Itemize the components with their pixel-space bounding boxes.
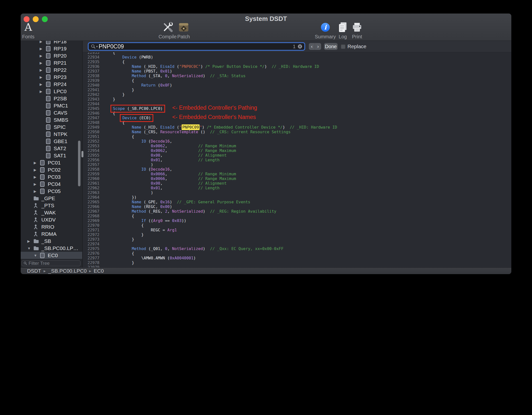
code-line[interactable]: 22972 } [83,232,511,237]
search-field[interactable]: ▾ 1 [88,43,305,50]
disclosure-collapsed-icon[interactable]: ▶ [34,175,40,179]
code-line[interactable]: 22940 Return (0x0F) [83,83,511,88]
disclosure-collapsed-icon[interactable]: ▶ [34,168,40,172]
disclosure-collapsed-icon[interactable]: ▶ [40,61,46,65]
done-button[interactable]: Done [324,43,338,50]
sidebar-item-_SB.PC00.LP…[interactable]: ▼_SB.PC00.LP… [21,245,82,252]
code-line[interactable]: 22947 Device (EC0)<- Embedded Controller… [83,116,511,120]
disclosure-collapsed-icon[interactable]: ▶ [40,75,46,79]
code-line[interactable]: 22952 IO (Decode16, [83,139,511,144]
code-line[interactable]: 22935 { [83,59,511,64]
disclosure-collapsed-icon[interactable]: ▶ [27,239,33,243]
code-line[interactable]: 22964 }) [83,195,511,200]
splitter-handle[interactable] [81,151,83,157]
sidebar-item-RP18[interactable]: ▶RP18 [21,41,82,45]
code-line[interactable]: 22938 Method (_STA, 0, NotSerialized) //… [83,74,511,78]
sidebar-item-SAT2[interactable]: SAT2 [21,145,82,152]
patch-button[interactable]: Patch [177,22,190,40]
code-line[interactable]: 22969 If ((Arg0 == 0x03)) [83,218,511,223]
sidebar-item-CAVS[interactable]: CAVS [21,109,82,116]
replace-checkbox[interactable] [341,44,345,49]
code-line[interactable]: 22967 Method (_REG, 2, NotSerialized) //… [83,209,511,214]
disclosure-collapsed-icon[interactable]: ▶ [34,161,40,165]
disclosure-collapsed-icon[interactable]: ▶ [40,89,46,93]
find-next-button[interactable]: › [315,43,321,50]
breadcrumb-scope[interactable]: _SB.PC00.LPC0 [48,268,87,274]
disclosure-collapsed-icon[interactable]: ▶ [40,41,46,44]
sidebar-item-SAT1[interactable]: SAT1 [21,152,82,159]
search-input[interactable] [99,43,292,50]
sidebar-item-UXDV[interactable]: UXDV [21,216,82,223]
code-line[interactable]: 22949 Name (_HID, EisaId ("PNP0C09") /* … [83,125,511,130]
code-line[interactable]: 22963 ) [83,190,511,195]
sidebar-item-RP23[interactable]: ▶RP23 [21,74,82,81]
sidebar-item-RP20[interactable]: ▶RP20 [21,52,82,59]
breadcrumb-leaf[interactable]: EC0 [94,268,104,274]
code-line[interactable]: 22953 0x0062, // Range Minimum [83,144,511,148]
code-line[interactable]: 22951 { [83,134,511,139]
code-line[interactable]: 22959 0x0066, // Range Minimum [83,172,511,176]
code-line[interactable]: 22943 } [83,97,511,102]
sidebar-item-RP19[interactable]: ▶RP19 [21,45,82,52]
code-line[interactable]: 22942 } [83,92,511,97]
sidebar-item-P2SB[interactable]: P2SB [21,95,82,102]
sidebar-item-GBE1[interactable]: GBE1 [21,138,82,145]
log-button[interactable]: Log [338,22,348,40]
sidebar-item-PC02[interactable]: ▶PC02 [21,166,82,173]
sidebar-item-RP21[interactable]: ▶RP21 [21,59,82,66]
sidebar-item-_PTS[interactable]: _PTS [21,202,82,209]
sidebar-item-RP24[interactable]: ▶RP24 [21,81,82,88]
sidebar-item-PC05[interactable]: ▶PC05 [21,188,82,195]
code-line[interactable]: 22950 Name (_CRS, ResourceTemplate () //… [83,130,511,134]
disclosure-expanded-icon[interactable]: ▼ [34,253,40,257]
disclosure-collapsed-icon[interactable]: ▶ [34,182,40,186]
code-line[interactable]: 22968 { [83,214,511,218]
sidebar-item-PC04[interactable]: ▶PC04 [21,180,82,188]
code-line[interactable]: 22958 IO (Decode16, [83,167,511,172]
search-menu-icon[interactable]: ▾ [91,44,98,49]
sidebar-item-SMBS[interactable]: SMBS [21,116,82,123]
sidebar-item-_WAK[interactable]: _WAK [21,209,82,216]
code-line[interactable]: 22977 \AMW0.AMWN (0xA0040001) [83,256,511,260]
code-line[interactable]: 22971 REGC = Arg1 [83,228,511,232]
code-line[interactable]: 22934 Device (PWRB) [83,55,511,59]
filter-tree-input[interactable] [29,261,79,266]
code-line[interactable]: 22936 Name (_HID, EisaId ("PNP0C0C") /* … [83,64,511,69]
code-line[interactable]: 22973 } [83,237,511,242]
sidebar-item-NTPK[interactable]: NTPK [21,131,82,138]
code-line[interactable]: 22954 0x0062, // Range Maximum [83,148,511,153]
code-line[interactable]: 22978 } [83,260,511,265]
sidebar-scrollbar-thumb[interactable] [78,141,80,186]
disclosure-expanded-icon[interactable]: ▼ [27,246,33,250]
sidebar-item-PMC1[interactable]: PMC1 [21,102,82,109]
print-button[interactable]: Print [352,22,362,40]
replace-toggle[interactable]: Replace [341,43,366,50]
sidebar-item-RP22[interactable]: ▶RP22 [21,66,82,74]
code-line[interactable]: 22957 ) [83,162,511,167]
code-line[interactable]: 22956 0x01, // Length [83,158,511,162]
compile-button[interactable]: Compile [158,22,176,40]
disclosure-collapsed-icon[interactable]: ▶ [40,82,46,86]
code-line[interactable]: 22955 0x00, // Alignment [83,153,511,158]
sidebar-item-LPC0[interactable]: ▶LPC0 [21,88,82,95]
code-line[interactable]: 22970 { [83,223,511,228]
summary-button[interactable]: i Summary [315,22,336,40]
sidebar-item-PC01[interactable]: ▶PC01 [21,159,82,166]
disclosure-collapsed-icon[interactable]: ▶ [40,54,46,58]
code-line[interactable]: 22941 } [83,88,511,92]
code-line[interactable]: 22937 Name (PBST, 0x01) [83,69,511,74]
breadcrumb-root[interactable]: DSDT [27,268,41,274]
sidebar-item-RDMA[interactable]: RDMA [21,230,82,237]
sidebar-item-_GPE[interactable]: _GPE [21,195,82,202]
code-line[interactable]: 22979 [83,265,511,267]
code-line[interactable]: 22945 Scope (_SB.PC00.LPC0)<- Embedded C… [83,106,511,111]
code-line[interactable]: 22933 { [83,52,511,55]
sidebar-item-SPIC[interactable]: SPIC [21,123,82,131]
disclosure-collapsed-icon[interactable]: ▶ [40,68,46,72]
disclosure-collapsed-icon[interactable]: ▶ [40,47,46,51]
code-editor[interactable]: 22933 {22934 Device (PWRB)22935 {22936 N… [83,52,511,267]
code-line[interactable]: 22939 { [83,78,511,83]
code-line[interactable]: 22966 Name (REGC, 0x00) [83,204,511,209]
code-line[interactable]: 22962 0x01, // Length [83,186,511,190]
sidebar-item-RRIO[interactable]: RRIO [21,223,82,230]
